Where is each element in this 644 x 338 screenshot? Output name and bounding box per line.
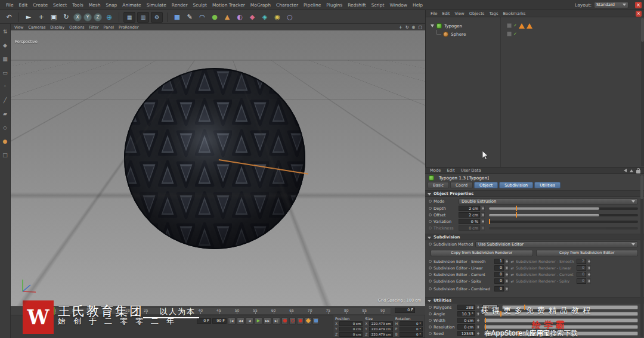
offset-stepper[interactable] (481, 212, 485, 218)
phong-tag-icon[interactable] (507, 23, 512, 28)
stepper[interactable] (476, 318, 480, 323)
menu-item-select[interactable]: Select (53, 2, 67, 8)
keyframe-dot-icon[interactable] (429, 312, 432, 315)
model-mode-icon[interactable]: ◆ (1, 41, 10, 49)
rotate-tool-button[interactable]: ↻ (61, 12, 72, 23)
axis-y-lock-button[interactable]: Y (83, 13, 92, 21)
expander-icon[interactable] (431, 24, 434, 27)
menu-item-tools[interactable]: Tools (72, 2, 83, 8)
deformer-button[interactable]: ◆ (247, 12, 258, 23)
vp-menu-filter[interactable]: Filter (89, 25, 98, 30)
om-menu-file[interactable]: File (431, 11, 437, 16)
transfer-icon[interactable]: ⇄ (509, 266, 516, 270)
menu-item-animate[interactable]: Animate (122, 2, 141, 8)
stepper[interactable] (587, 278, 591, 284)
transfer-icon[interactable]: ⇄ (509, 259, 516, 263)
menu-item-mesh[interactable]: Mesh (89, 2, 101, 8)
variation-slider[interactable] (489, 221, 638, 223)
om-scrollbar[interactable] (641, 18, 644, 166)
simulate-button[interactable]: ○ (284, 12, 295, 23)
volume-button[interactable]: ◉ (272, 12, 283, 23)
variation-stepper[interactable] (481, 219, 485, 224)
pan-view-icon[interactable]: + (399, 25, 402, 30)
pen-tool-button[interactable]: ✎ (184, 12, 195, 23)
next-key-button[interactable]: ▶▶ (264, 317, 271, 325)
typogen-sphere[interactable] (121, 65, 309, 253)
seed-input[interactable]: 12345 (457, 331, 475, 336)
orbit-view-icon[interactable]: ↻ (405, 25, 409, 30)
menu-item-simulate[interactable]: Simulate (147, 2, 166, 8)
scale-tool-button[interactable]: ▣ (48, 12, 59, 23)
cube-primitive-button[interactable]: ■ (172, 12, 182, 23)
sub-renderer-smooth-input[interactable]: 2 (577, 259, 586, 264)
move-tool-button[interactable]: + (36, 12, 47, 23)
menu-item-pipeline[interactable]: Pipeline (304, 2, 321, 8)
vp-menu-panel[interactable]: Panel (104, 25, 114, 30)
sub-renderer-current-input[interactable]: 0 (577, 272, 586, 277)
lock-icon[interactable] (636, 170, 640, 173)
sub-editor-current-input[interactable]: 0 (494, 272, 504, 277)
menu-item-render[interactable]: Render (172, 2, 188, 8)
menu-item-file[interactable]: File (6, 2, 14, 8)
menu-item-help[interactable]: Help (413, 2, 423, 8)
depth-stepper[interactable] (481, 206, 485, 211)
size-z-input[interactable]: 220.479 cm (369, 332, 392, 337)
menu-item-create[interactable]: Create (33, 2, 48, 8)
layout-select[interactable]: Standard (594, 2, 628, 8)
edit-menu[interactable]: Edit (447, 168, 455, 173)
vp-menu-prorender[interactable]: ProRender (119, 25, 138, 30)
attr-scrollbar[interactable] (640, 175, 643, 337)
keyframe-selection-button[interactable] (305, 317, 311, 325)
extrude-button[interactable]: ▲ (222, 12, 233, 23)
goto-end-button[interactable]: ▶| (273, 317, 280, 325)
enabled-check-icon[interactable]: ✓ (513, 32, 517, 36)
record-parameter-button[interactable] (297, 317, 304, 325)
offset-slider[interactable] (489, 214, 638, 216)
size-x-input[interactable]: 220.479 cm (369, 321, 392, 326)
menu-item-plugins[interactable]: Plugins (326, 2, 342, 8)
keyframe-dot-icon[interactable] (429, 207, 432, 210)
texture-mode-icon[interactable]: ▦ (1, 55, 10, 63)
position-x-input[interactable]: 0 cm (339, 321, 363, 326)
render-settings-button[interactable]: ⚙ (151, 12, 163, 23)
size-y-input[interactable]: 220.479 cm (369, 327, 392, 331)
offset-input[interactable]: 2 cm (459, 212, 480, 218)
stepper[interactable] (476, 331, 480, 336)
stepper[interactable] (504, 259, 509, 264)
keyframe-dot-icon[interactable] (429, 287, 432, 290)
tab-utilities[interactable]: Utilities (534, 182, 561, 188)
keyframe-dot-icon[interactable] (429, 220, 432, 223)
stepper[interactable] (476, 311, 480, 317)
render-view-button[interactable]: ▦ (123, 12, 135, 23)
snap-mode-icon[interactable]: □ (1, 151, 10, 159)
om-menu-objects[interactable]: Objects (469, 11, 485, 16)
object-row-sphere[interactable]: Sphere ✓ (436, 30, 466, 38)
keyframe-dot-icon[interactable] (429, 325, 432, 328)
stepper[interactable] (504, 272, 509, 277)
rotation-h-input[interactable]: 0 ° (400, 321, 423, 326)
parent-object-icon[interactable] (630, 169, 633, 172)
render-picture-viewer-button[interactable]: ▥ (137, 12, 149, 23)
keyframe-dot-icon[interactable] (429, 319, 432, 322)
play-button[interactable]: ▶ (255, 317, 262, 325)
history-back-icon[interactable] (624, 169, 627, 172)
vp-menu-view[interactable]: View (14, 25, 23, 30)
zoom-view-icon[interactable]: ⊕ (412, 25, 416, 30)
subdivision-surface-button[interactable]: ● (209, 12, 220, 23)
object-row-typogen[interactable]: Typogen ✓ (431, 21, 462, 30)
phong-tag-icon[interactable] (507, 32, 512, 36)
stepper[interactable] (504, 286, 509, 292)
subdivision-method-dropdown[interactable]: Use Subdivision Editor (475, 241, 638, 247)
sub-editor-spiky-input[interactable]: 0 (494, 278, 504, 284)
rotation-p-input[interactable]: 0 ° (400, 327, 423, 331)
keyframe-dot-icon[interactable] (429, 266, 432, 269)
menu-item-edit[interactable]: Edit (19, 2, 28, 8)
tab-coord[interactable]: Coord (450, 182, 473, 188)
stepper[interactable] (587, 259, 591, 264)
menu-item-script[interactable]: Script (371, 2, 385, 8)
mode-dropdown[interactable]: Double Extrusion (459, 199, 638, 204)
transfer-icon[interactable]: ⇄ (509, 272, 516, 277)
om-menu-view[interactable]: View (455, 11, 465, 16)
tweak-mode-icon[interactable]: ◇ (1, 123, 10, 132)
stepper[interactable] (504, 278, 509, 284)
